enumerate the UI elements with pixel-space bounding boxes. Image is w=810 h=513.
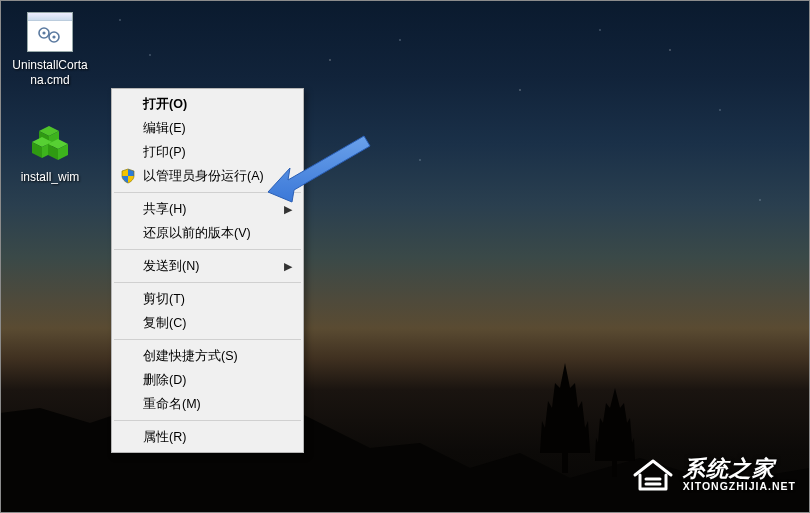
menu-item-label: 共享(H): [143, 201, 186, 218]
menu-item-label: 属性(R): [143, 429, 186, 446]
watermark-subtitle: XITONGZHIJIA.NET: [683, 481, 796, 493]
menu-item-cut[interactable]: 剪切(T): [113, 287, 302, 311]
watermark-title: 系统之家: [683, 457, 796, 481]
desktop-icon-install-wim[interactable]: install_wim: [8, 120, 92, 185]
menu-separator: [114, 282, 301, 283]
watermark-logo-icon: [631, 455, 675, 495]
watermark: 系统之家 XITONGZHIJIA.NET: [631, 455, 796, 495]
context-menu: 打开(O) 编辑(E) 打印(P) 以管理员身份运行(A) 共享(H) ▶ 还原…: [111, 88, 304, 453]
menu-item-create-shortcut[interactable]: 创建快捷方式(S): [113, 344, 302, 368]
menu-item-label: 创建快捷方式(S): [143, 348, 238, 365]
uac-shield-icon: [119, 167, 137, 185]
menu-item-label: 剪切(T): [143, 291, 185, 308]
svg-rect-1: [612, 455, 617, 477]
menu-item-label: 以管理员身份运行(A): [143, 168, 264, 185]
menu-item-label: 复制(C): [143, 315, 186, 332]
wim-file-icon: [26, 120, 74, 168]
chevron-right-icon: ▶: [284, 260, 292, 273]
menu-item-open[interactable]: 打开(O): [113, 92, 302, 116]
menu-item-print[interactable]: 打印(P): [113, 140, 302, 164]
menu-separator: [114, 192, 301, 193]
menu-item-properties[interactable]: 属性(R): [113, 425, 302, 449]
menu-item-label: 发送到(N): [143, 258, 199, 275]
menu-item-send-to[interactable]: 发送到(N) ▶: [113, 254, 302, 278]
menu-item-label: 打开(O): [143, 96, 187, 113]
menu-item-rename[interactable]: 重命名(M): [113, 392, 302, 416]
menu-separator: [114, 249, 301, 250]
menu-separator: [114, 420, 301, 421]
desktop-icon-uninstall-cortana[interactable]: UninstallCortana.cmd: [8, 8, 92, 88]
menu-item-label: 编辑(E): [143, 120, 186, 137]
menu-item-delete[interactable]: 删除(D): [113, 368, 302, 392]
svg-point-5: [52, 35, 55, 38]
menu-item-run-as-admin[interactable]: 以管理员身份运行(A): [113, 164, 302, 188]
svg-rect-0: [562, 448, 568, 473]
menu-item-label: 还原以前的版本(V): [143, 225, 251, 242]
menu-item-label: 删除(D): [143, 372, 186, 389]
menu-item-share[interactable]: 共享(H) ▶: [113, 197, 302, 221]
chevron-right-icon: ▶: [284, 203, 292, 216]
desktop-icon-label: install_wim: [19, 170, 82, 185]
menu-separator: [114, 339, 301, 340]
menu-item-restore-previous[interactable]: 还原以前的版本(V): [113, 221, 302, 245]
cmd-file-icon: [26, 8, 74, 56]
desktop-icon-label: UninstallCortana.cmd: [8, 58, 92, 88]
menu-item-label: 重命名(M): [143, 396, 201, 413]
menu-item-label: 打印(P): [143, 144, 186, 161]
svg-point-4: [42, 31, 45, 34]
menu-item-copy[interactable]: 复制(C): [113, 311, 302, 335]
menu-item-edit[interactable]: 编辑(E): [113, 116, 302, 140]
